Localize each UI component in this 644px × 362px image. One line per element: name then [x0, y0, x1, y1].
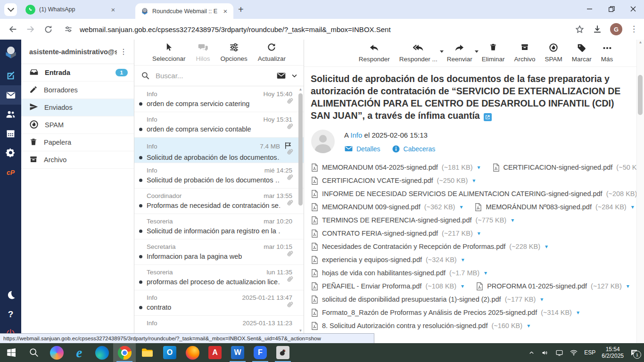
- url-bar[interactable]: webmail.sanjuan.gob.ec/cpsess3272438975/…: [80, 25, 575, 33]
- taskbar-search-button[interactable]: [23, 343, 45, 362]
- attachment-link[interactable]: PROFORMA 01-2025-signed.pdf (~127 KB) ▾: [476, 282, 629, 291]
- taskbar-outlook-button[interactable]: O: [158, 343, 181, 362]
- folder-item-papelera[interactable]: Papelera: [21, 134, 134, 151]
- message-row[interactable]: Coordinador mar 13:55 Proformas de neces…: [134, 189, 304, 214]
- reader-toolbar-reenviar[interactable]: Reenviar: [443, 43, 476, 66]
- reader-toolbar-responder[interactable]: Responder: [355, 43, 394, 66]
- tab-close-button[interactable]: ×: [109, 5, 117, 14]
- attachment-menu-caret-icon[interactable]: ▾: [478, 230, 480, 237]
- taskbar-acrobat-button[interactable]: A: [204, 343, 226, 362]
- attachment-menu-caret-icon[interactable]: ▾: [540, 296, 543, 303]
- bookmark-star-icon[interactable]: [575, 25, 585, 34]
- contacts-button[interactable]: [0, 105, 21, 124]
- reader-toolbar-marcar[interactable]: Marcar: [568, 43, 595, 66]
- attachment-menu-caret-icon[interactable]: ▾: [527, 322, 530, 329]
- mail-button[interactable]: [0, 85, 21, 105]
- dark-mode-button[interactable]: [0, 285, 21, 304]
- reader-toolbar-spam[interactable]: SPAM: [541, 43, 566, 66]
- list-scrollbar[interactable]: ▲ ▼: [298, 88, 303, 333]
- tab-roundcube[interactable]: Roundcube Webmail :: Enviados ×: [135, 3, 233, 19]
- help-button[interactable]: ?: [0, 304, 21, 324]
- display-icon[interactable]: [555, 349, 563, 357]
- restore-button[interactable]: [601, 0, 622, 18]
- language-indicator[interactable]: ESP: [584, 349, 595, 356]
- attachment-link[interactable]: MEMORANDUM 054-2025-signed.pdf (~181 KB)…: [311, 163, 480, 172]
- account-header[interactable]: asistente-administrativo@sa... ⋮: [21, 40, 134, 64]
- scroll-up-icon[interactable]: ▲: [638, 41, 643, 44]
- external-link-icon[interactable]: [484, 113, 492, 121]
- clock[interactable]: 15:546/2/2025: [602, 346, 624, 359]
- attachment-link[interactable]: solicitud de disponibilidad presupuestar…: [311, 295, 543, 304]
- recipient-link[interactable]: Info: [350, 131, 362, 139]
- search-options-chevron-icon[interactable]: [291, 72, 298, 79]
- wifi-icon[interactable]: [570, 348, 578, 357]
- attachment-link[interactable]: CERTIFICACION-signed-signed.pdf (~50 KB)…: [493, 163, 644, 172]
- list-toolbar-seleccionar[interactable]: Seleccionar: [152, 42, 186, 65]
- message-row[interactable]: Info 2025-01-21 13:47 contrato: [134, 290, 304, 316]
- tab-whatsapp[interactable]: (1) WhatsApp ×: [20, 0, 121, 19]
- attachment-link[interactable]: TERMINOS DE REFERENCIA-signed-signed.pdf…: [311, 216, 514, 225]
- cpanel-button[interactable]: cP: [0, 163, 21, 182]
- new-tab-button[interactable]: +: [238, 4, 244, 15]
- reader-scrollbar-thumb[interactable]: [638, 75, 643, 115]
- reader-scrollbar[interactable]: ▲: [636, 40, 644, 343]
- attachment-menu-caret-icon[interactable]: ▾: [511, 217, 514, 223]
- taskbar-edge-button[interactable]: [91, 343, 113, 362]
- reader-toolbar-mas[interactable]: Más: [597, 43, 617, 66]
- attachment-link[interactable]: Necesidades de Contratación y Recepción …: [311, 242, 548, 251]
- taskbar-explorer-button[interactable]: [136, 343, 158, 362]
- list-toolbar-opciones[interactable]: Opciones: [221, 42, 248, 65]
- tab-close-button[interactable]: ×: [221, 7, 230, 16]
- taskbar-game-button[interactable]: [272, 343, 294, 362]
- headers-toggle[interactable]: Cabeceras: [392, 145, 436, 153]
- attachment-menu-caret-icon[interactable]: ▾: [627, 283, 629, 289]
- settings-button[interactable]: [0, 143, 21, 163]
- message-row[interactable]: Tesoreria mar 10:20 Solicitud de informa…: [134, 214, 304, 239]
- notification-center-icon[interactable]: 1: [630, 348, 638, 357]
- attachment-link[interactable]: hojas de vida con habilitantes-signed.pd…: [311, 269, 487, 278]
- folder-item-enviados[interactable]: Enviados: [21, 99, 134, 116]
- reader-toolbar-archivo[interactable]: Archivo: [511, 43, 539, 66]
- list-toolbar-actualizar[interactable]: Actualizar: [258, 42, 286, 65]
- attachment-menu-caret-icon[interactable]: ▾: [577, 309, 579, 316]
- folder-item-borradores[interactable]: Borradores: [21, 82, 134, 99]
- attachment-link[interactable]: MEMORANDUM 009-signed.pdf (~362 KB) ▾: [311, 203, 462, 212]
- attachment-link[interactable]: 8. Solicitud Autorización contra y resol…: [311, 321, 530, 330]
- tray-expand-icon[interactable]: [528, 349, 535, 356]
- attachment-menu-caret-icon[interactable]: ▾: [478, 164, 480, 171]
- details-toggle[interactable]: Detalles: [344, 144, 380, 153]
- attachment-menu-caret-icon[interactable]: ▾: [631, 204, 634, 210]
- message-row[interactable]: Info mié 14:25 Solicitud de probación de…: [134, 163, 304, 189]
- attachment-menu-caret-icon[interactable]: ▾: [460, 204, 462, 210]
- attachment-link[interactable]: CERTIFICACION VCATE-signed.pdf (~250 KB)…: [311, 176, 475, 185]
- taskbar-ie-button[interactable]: e: [68, 343, 91, 362]
- attachment-link[interactable]: Formato_8_Razón de Proformas y Análisis …: [311, 308, 579, 317]
- site-info-icon[interactable]: [64, 25, 73, 34]
- close-button[interactable]: [622, 0, 644, 18]
- forward-button[interactable]: [25, 24, 36, 34]
- tab-search-button[interactable]: [4, 3, 17, 16]
- reload-button[interactable]: [43, 25, 53, 34]
- folder-item-archivo[interactable]: Archivo: [21, 151, 134, 169]
- volume-icon[interactable]: [541, 349, 549, 357]
- taskbar-start-button[interactable]: [0, 343, 23, 362]
- reader-toolbar-eliminar[interactable]: Eliminar: [478, 43, 509, 66]
- taskbar-word-button[interactable]: W: [226, 343, 249, 362]
- taskbar-chrome-button[interactable]: [113, 343, 136, 362]
- message-row[interactable]: Info Hoy 15:31 orden de compra servicio …: [134, 112, 304, 138]
- back-button[interactable]: [8, 24, 18, 34]
- search-input[interactable]: [155, 71, 272, 80]
- message-row[interactable]: Info 7.4 MB Solicitud de aprobación de l…: [134, 138, 304, 163]
- message-row[interactable]: Info Hoy 15:40 orden de compra servicio …: [134, 87, 304, 112]
- attachment-menu-caret-icon[interactable]: ▾: [472, 177, 475, 184]
- list-scrollbar-thumb[interactable]: [298, 93, 303, 206]
- attachment-link[interactable]: CONTRATO FERIA-signed-signed.pdf (~217 K…: [311, 229, 480, 238]
- attachment-menu-caret-icon[interactable]: ▾: [545, 243, 548, 250]
- attachment-menu-caret-icon[interactable]: ▾: [484, 270, 487, 276]
- attachment-link[interactable]: INFORME DE NECESIDAD SERVICIOS DE ALIMEN…: [311, 189, 644, 198]
- taskbar-fapp-button[interactable]: F: [249, 343, 272, 362]
- scroll-down-icon[interactable]: ▼: [298, 329, 303, 333]
- downloads-icon[interactable]: [592, 24, 603, 34]
- message-row[interactable]: Tesoreria lun 11:35 proformas del proces…: [134, 265, 304, 290]
- attachment-link[interactable]: MEMORÁNDUM Nº083-signed.pdf (~284 KB) ▾: [475, 203, 634, 212]
